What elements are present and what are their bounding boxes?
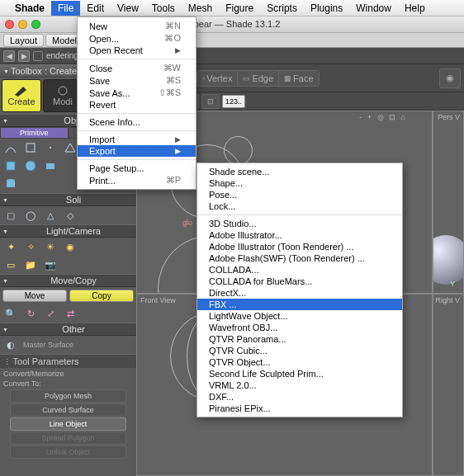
viewport-pers[interactable]: Pers V Y xyxy=(433,111,464,294)
viewport-right[interactable]: Right V xyxy=(433,294,464,477)
file-menu-close[interactable]: Close⌘W xyxy=(78,62,196,74)
export-menu-second-life-sculpted-prim-[interactable]: Second Life Sculpted Prim... xyxy=(197,368,402,379)
rendering-checkbox[interactable] xyxy=(33,51,43,61)
solid-icon-2[interactable]: ◯ xyxy=(23,208,38,223)
export-menu-vrml-[interactable]: VRML 2.0... xyxy=(197,379,402,391)
scale-icon[interactable]: ⤢ xyxy=(43,306,58,321)
solid-section[interactable]: ▼Soli xyxy=(0,193,136,206)
sun-icon[interactable]: ☀ xyxy=(43,239,58,254)
minimize-window-button[interactable] xyxy=(18,20,27,29)
prev-button[interactable]: ◀ xyxy=(3,50,15,62)
curve-icon[interactable] xyxy=(3,140,18,155)
solid-icon-3[interactable]: △ xyxy=(43,208,58,223)
menu-scripts[interactable]: Scripts xyxy=(260,1,304,16)
file-menu-open-[interactable]: Open...⌘O xyxy=(78,32,196,45)
export-menu-collada-[interactable]: COLLADA... xyxy=(197,264,402,276)
next-button[interactable]: ▶ xyxy=(18,50,30,62)
translate-icon[interactable]: 🔍 xyxy=(3,306,18,321)
convert-polygon-mesh[interactable]: Polygon Mesh xyxy=(10,389,126,403)
export-menu-shade-scene-[interactable]: Shade scene... xyxy=(197,166,402,177)
convert-spread-polygon[interactable]: Spread Polygon xyxy=(10,431,126,445)
export-menu-dxf-[interactable]: DXF... xyxy=(197,391,402,403)
menu-window[interactable]: Window xyxy=(349,1,398,16)
file-menu-save-as-[interactable]: Save As...⇧⌘S xyxy=(78,87,196,99)
export-menu-collada-for-bluemars-[interactable]: COLLADA for BlueMars... xyxy=(197,276,402,287)
export-menu-directx-[interactable]: DirectX... xyxy=(197,287,402,299)
export-menu-lock-[interactable]: Lock... xyxy=(197,200,402,212)
menu-help[interactable]: Help xyxy=(398,1,432,16)
menu-figure[interactable]: Figure xyxy=(219,1,260,16)
edge-mode[interactable]: ▭Edge xyxy=(238,71,279,86)
light-icon[interactable]: ✦ xyxy=(3,239,18,254)
convert-unlink-object[interactable]: Unlink Object xyxy=(10,445,126,459)
export-menu-fbx-[interactable]: FBX ... xyxy=(197,299,402,310)
file-menu-open-recent[interactable]: Open Recent▶ xyxy=(78,45,196,56)
folder-icon[interactable]: 📁 xyxy=(23,257,38,272)
sphere-icon[interactable] xyxy=(23,158,38,173)
export-menu-wavefront-obj-[interactable]: Wavefront OBJ... xyxy=(197,322,402,333)
file-menu-revert[interactable]: Revert xyxy=(78,99,196,111)
vertex-mode[interactable]: ▫Vertex xyxy=(197,71,238,86)
solid-icon-1[interactable]: ▢ xyxy=(3,208,18,223)
menu-file[interactable]: File xyxy=(51,1,80,16)
convert-curved-surface[interactable]: Curved Surface xyxy=(10,403,126,417)
convert-panel: Convert/Memorize Convert To: Polygon Mes… xyxy=(0,368,136,461)
other-icon-1[interactable]: ◐ xyxy=(3,337,18,352)
mirror-icon[interactable]: ⇄ xyxy=(63,306,78,321)
export-menu-qtvr-cubic-[interactable]: QTVR Cubic... xyxy=(197,345,402,356)
master-surface-label[interactable]: Master Surface xyxy=(23,337,73,352)
move-section[interactable]: ▼Move/Copy xyxy=(0,274,136,287)
bulb-icon[interactable]: ◉ xyxy=(63,239,78,254)
export-menu-qtvr-panorama-[interactable]: QTVR Panorama... xyxy=(197,333,402,345)
file-menu-scene-info-[interactable]: Scene Info... xyxy=(78,116,196,128)
export-menu-piranesi-epix-[interactable]: Piranesi EPix... xyxy=(197,403,402,414)
zoom-window-button[interactable] xyxy=(31,20,40,29)
vp-snap-button[interactable]: ⊡ xyxy=(201,94,220,109)
light-section[interactable]: ▼Light/Camera xyxy=(0,224,136,238)
create-tool-button[interactable]: Create xyxy=(2,79,41,112)
export-menu-adobe-illustrator-[interactable]: Adobe Illustrator... xyxy=(197,229,402,241)
menu-mesh[interactable]: Mesh xyxy=(182,1,219,16)
tool-parameters-header[interactable]: ⋮ Tool Parameters xyxy=(0,354,136,368)
vp-number-field[interactable]: 123.. xyxy=(222,95,245,108)
file-menu-export[interactable]: Export▶ xyxy=(78,145,196,157)
point-icon[interactable] xyxy=(43,140,58,155)
copy-button[interactable]: Copy xyxy=(69,290,134,302)
rotate-icon[interactable]: ↻ xyxy=(23,306,38,321)
close-window-button[interactable] xyxy=(5,20,14,29)
triangle-icon[interactable] xyxy=(63,140,78,155)
menu-view[interactable]: View xyxy=(111,1,145,16)
export-menu-qtvr-object-[interactable]: QTVR Object... xyxy=(197,356,402,368)
area-light-icon[interactable]: ▭ xyxy=(3,257,18,272)
file-menu-import[interactable]: Import▶ xyxy=(78,134,196,145)
convert-line-object[interactable]: Line Object xyxy=(10,417,126,431)
app-name[interactable]: Shade xyxy=(15,2,45,14)
primitive-tab[interactable]: Primitive xyxy=(0,127,69,139)
export-menu-lightwave-object-[interactable]: LightWave Object... xyxy=(197,310,402,322)
menu-edit[interactable]: Edit xyxy=(80,1,111,16)
rect-icon[interactable] xyxy=(23,140,38,155)
export-menu--d-studio-[interactable]: 3D Studio... xyxy=(197,218,402,229)
move-button[interactable]: Move xyxy=(2,290,67,302)
viewport-controls[interactable]: - + ◎ ⊡ ⌂ xyxy=(359,113,407,121)
file-menu-page-setup-[interactable]: Page Setup... xyxy=(78,163,196,174)
export-menu-adobe-illustrator-toon-renderer-[interactable]: Adobe Illustrator (Toon Renderer) ... xyxy=(197,241,402,252)
spot-icon[interactable]: ✧ xyxy=(23,239,38,254)
face-mode[interactable]: ▦Face xyxy=(279,71,318,86)
menu-plugins[interactable]: Plugins xyxy=(304,1,349,16)
export-menu-adobe-flash-swf-toon-renderer-[interactable]: Adobe Flash(SWF) (Toon Renderer) ... xyxy=(197,252,402,264)
camera-icon[interactable]: 📷 xyxy=(43,257,58,272)
export-menu-pose-[interactable]: Pose... xyxy=(197,189,402,200)
other-section[interactable]: ▼Other xyxy=(0,323,136,336)
cylinder-icon[interactable] xyxy=(3,177,18,191)
solid-icon-4[interactable]: ◇ xyxy=(63,208,78,223)
menu-tools[interactable]: Tools xyxy=(145,1,182,16)
cube-icon[interactable] xyxy=(3,158,18,173)
face-icon[interactable] xyxy=(43,158,58,173)
file-menu-save[interactable]: Save⌘S xyxy=(78,74,196,87)
file-menu-print-[interactable]: Print...⌘P xyxy=(78,174,196,186)
layout-tab[interactable]: Layout xyxy=(3,34,44,47)
vp-render-button[interactable]: ◉ xyxy=(439,68,461,88)
export-menu-shape-[interactable]: Shape... xyxy=(197,177,402,189)
file-menu-new[interactable]: New⌘N xyxy=(78,20,196,32)
